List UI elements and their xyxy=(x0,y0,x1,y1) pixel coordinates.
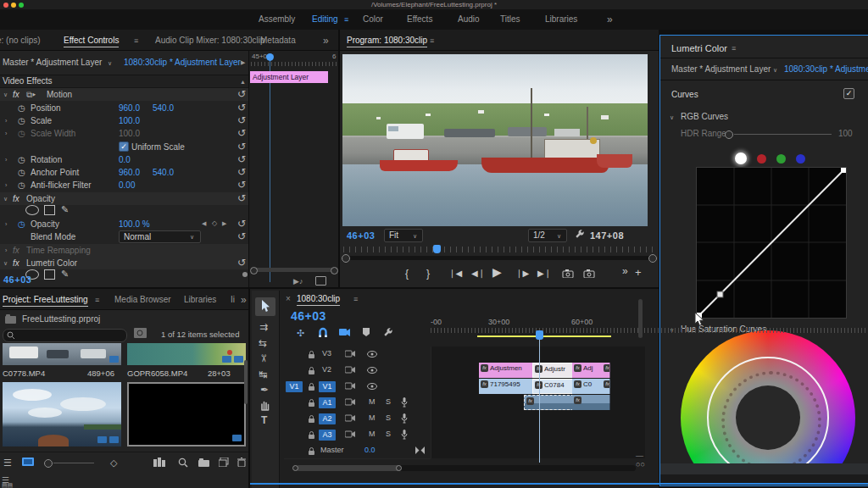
track-height-presets-icon[interactable]: —○○ xyxy=(636,452,645,469)
curve-channel-green[interactable] xyxy=(776,154,786,164)
tab-media-browser[interactable]: Media Browser xyxy=(114,295,171,304)
ec-row-anti-flicker[interactable]: › ◷ Anti-flicker Filter 0.00 ↺ xyxy=(0,179,248,191)
track-output-icon[interactable] xyxy=(345,350,355,358)
next-keyframe-icon[interactable]: ▶ xyxy=(222,220,226,227)
track-name-v1[interactable]: V1 xyxy=(319,381,336,392)
project-item-thumb[interactable] xyxy=(3,343,121,365)
timeline-playhead-marker[interactable] xyxy=(536,330,543,340)
rect-mask-icon[interactable] xyxy=(44,269,55,280)
tab-project[interactable]: Project: FreeLuttesting xyxy=(3,295,88,307)
track-header-a1[interactable]: A1 M S xyxy=(284,395,431,412)
project-item-thumb[interactable] xyxy=(3,382,121,446)
rgb-curves-chevron-icon[interactable]: ∨ xyxy=(670,114,674,121)
workspace-tab-libraries[interactable]: Libraries xyxy=(545,14,577,24)
ec-row-motion[interactable]: ∨ fx ⧉▸ Motion ↺ xyxy=(0,88,248,101)
rotation-stopwatch-icon[interactable]: ◷ xyxy=(18,155,25,164)
tab-libraries[interactable]: Libraries xyxy=(184,295,216,304)
ec-row-position[interactable]: ◷ Position 960.0 540.0 ↺ xyxy=(0,102,248,114)
work-area-bar[interactable] xyxy=(477,336,611,337)
mini-scroll-left-handle[interactable] xyxy=(250,267,258,274)
hdr-range-slider-track[interactable] xyxy=(734,134,832,135)
ec-timecode[interactable]: 46+03 xyxy=(3,274,31,285)
clip-a1-1-selected[interactable]: fx xyxy=(524,395,574,410)
ripple-edit-tool[interactable]: ⇆ xyxy=(259,337,267,349)
tab-effect-controls[interactable]: Effect Controls xyxy=(64,36,119,47)
anchor-point-x-value[interactable]: 960.0 xyxy=(119,168,140,177)
rect-mask-icon[interactable] xyxy=(44,205,55,215)
track-name-a2[interactable]: A2 xyxy=(319,413,336,424)
clip-v1-1[interactable]: fx71795495 xyxy=(479,379,533,394)
master-track-label[interactable]: Master xyxy=(320,446,344,454)
mute-button[interactable]: M xyxy=(369,430,376,438)
track-output-icon[interactable] xyxy=(345,366,355,374)
mic-icon[interactable] xyxy=(401,397,408,408)
program-zoom-dropdown[interactable]: Fit ∨ xyxy=(384,229,423,242)
ec-clip-expand-icon[interactable]: ▶ xyxy=(241,59,245,66)
scale-reset-icon[interactable]: ↺ xyxy=(237,116,246,125)
rgb-curve-editor[interactable] xyxy=(696,167,847,319)
mini-clip-adjustment-layer[interactable]: Adjustment Layer xyxy=(250,71,328,83)
tab-source-no-clips[interactable]: e: (no clips) xyxy=(0,36,41,45)
workspace-tab-color[interactable]: Color xyxy=(363,14,383,24)
mark-out-button[interactable]: } xyxy=(426,269,430,279)
lumetri-panel-title[interactable]: Lumetri Color xyxy=(671,43,727,53)
track-output-icon[interactable] xyxy=(345,398,355,406)
curve-channel-blue[interactable] xyxy=(796,154,805,164)
workspace-tab-titles[interactable]: Titles xyxy=(500,14,520,24)
anti-flicker-reset-icon[interactable]: ↺ xyxy=(237,180,246,189)
track-lane-master[interactable] xyxy=(431,443,645,458)
snap-magnet-icon[interactable] xyxy=(318,327,328,338)
master-volume-value[interactable]: 0.0 xyxy=(364,446,376,454)
transport-overflow-chevron[interactable]: » xyxy=(622,266,628,276)
project-search-box[interactable] xyxy=(3,329,127,342)
track-lane-v3[interactable] xyxy=(431,347,645,363)
track-name-v2[interactable]: V2 xyxy=(322,365,331,374)
lock-icon[interactable] xyxy=(308,430,315,440)
clip-v2-adjustment-1[interactable]: fxAdjustmen xyxy=(479,363,533,378)
timeline-timecode[interactable]: 46+03 xyxy=(291,309,326,323)
effect-controls-overflow-chevron[interactable]: » xyxy=(323,35,329,47)
eye-icon[interactable] xyxy=(367,367,377,374)
track-header-master[interactable]: Master 0.0 xyxy=(284,443,431,459)
project-overflow-chevron[interactable]: » xyxy=(241,294,247,306)
clip-v2-adjustment-3[interactable]: fxAdj xyxy=(572,363,603,378)
position-reset-icon[interactable]: ↺ xyxy=(237,103,246,112)
add-keyframe-icon[interactable]: ◇ xyxy=(212,219,217,227)
project-item-name[interactable]: C0778.MP4 xyxy=(3,369,45,378)
project-in-out-icon[interactable] xyxy=(134,328,147,338)
timeline-menu-icon[interactable]: ≡ xyxy=(353,295,358,303)
lock-icon[interactable] xyxy=(308,398,315,408)
program-scroll-left-handle[interactable] xyxy=(342,254,350,263)
ec-master-label[interactable]: Master * Adjustment Layer xyxy=(3,58,102,67)
tab-metadata[interactable]: Metadata xyxy=(260,36,296,45)
razor-tool[interactable]: ✂ xyxy=(258,354,270,363)
project-search-input[interactable] xyxy=(17,330,122,341)
ec-row-scale-width[interactable]: › ◷ Scale Width 100.0 ↺ xyxy=(0,127,248,140)
anti-flicker-value[interactable]: 0.00 xyxy=(119,180,135,190)
program-scrub-ticks[interactable] xyxy=(343,247,655,252)
timeline-vscrollbar[interactable] xyxy=(638,299,643,338)
toggle-effects-icon[interactable] xyxy=(315,276,326,286)
scale-width-expand-icon[interactable]: › xyxy=(5,130,7,136)
timeline-hscroll-handle[interactable] xyxy=(296,465,401,471)
position-x-value[interactable]: 960.0 xyxy=(119,103,140,113)
lock-icon[interactable] xyxy=(308,382,315,391)
workspace-editing-menu-icon[interactable]: ≡ xyxy=(344,15,348,24)
clip-v2-adjustment-4[interactable]: fx xyxy=(602,363,610,378)
new-item-icon[interactable] xyxy=(219,458,229,467)
add-marker-icon[interactable] xyxy=(362,327,370,337)
thumb-size-slider-track[interactable] xyxy=(53,463,94,463)
type-tool[interactable]: T xyxy=(261,414,267,426)
anchor-point-stopwatch-icon[interactable]: ◷ xyxy=(18,168,25,177)
ec-row-scale[interactable]: › ◷ Scale 100.0 ↺ xyxy=(0,114,248,127)
tab-audio-clip-mixer[interactable]: Audio Clip Mixer: 1080:30clip xyxy=(155,36,265,45)
track-header-v1[interactable]: V1 V1 xyxy=(284,379,431,396)
mini-playhead-line[interactable] xyxy=(270,58,270,282)
ec-row-opacity-value[interactable]: › ◷ Opacity 100.0 % ◀ ◇ ▶ ↺ xyxy=(0,218,248,230)
rotation-reset-icon[interactable]: ↺ xyxy=(237,155,246,164)
ellipse-mask-icon[interactable] xyxy=(25,205,39,215)
project-item-thumb[interactable] xyxy=(127,343,246,365)
opacity-value-reset-icon[interactable]: ↺ xyxy=(237,219,246,228)
track-name-a1[interactable]: A1 xyxy=(319,397,336,408)
track-header-a2[interactable]: A2 M S xyxy=(284,411,431,428)
